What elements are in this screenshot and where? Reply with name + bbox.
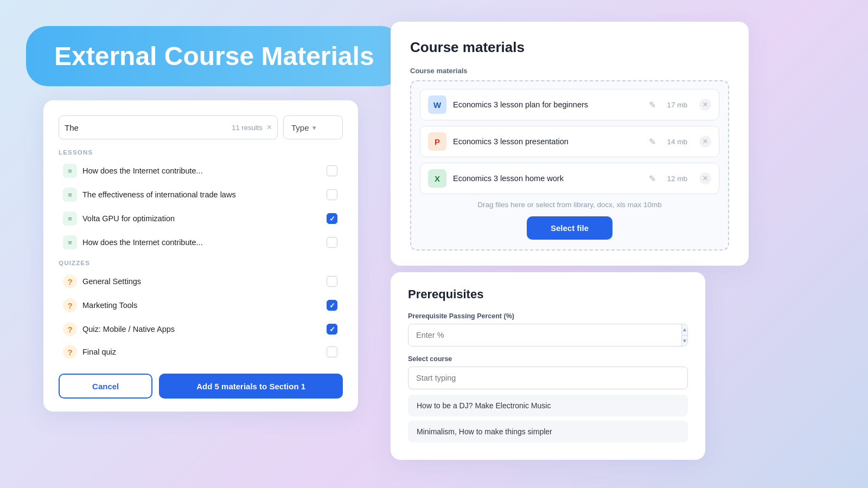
checkbox[interactable]	[327, 189, 337, 200]
select-course-label: Select course	[408, 355, 688, 363]
lessons-section-header: LESSONS	[59, 149, 343, 156]
list-item[interactable]: ? Marketing Tools	[59, 293, 343, 317]
select-file-button[interactable]: Select file	[527, 216, 612, 240]
type-dropdown[interactable]: Type ▾	[283, 115, 343, 139]
search-modal: 11 results × Type ▾ LESSONS ≡ How does t…	[43, 100, 358, 412]
passing-percent-label: Prerequisite Passing Percent (%)	[408, 312, 688, 320]
search-row: 11 results × Type ▾	[59, 115, 343, 139]
edit-icon[interactable]: ✎	[649, 137, 656, 147]
quizzes-section-header: QUIZZES	[59, 260, 343, 266]
checkbox[interactable]	[327, 276, 337, 287]
results-count: 11 results	[232, 124, 262, 132]
course-suggestion[interactable]: Minimalism, How to make things simpler	[408, 421, 688, 442]
drop-hint: Drag files here or select from library, …	[420, 201, 719, 209]
course-suggestion[interactable]: How to be a DJ? Make Electronic Music	[408, 395, 688, 416]
quiz-icon: ?	[63, 322, 77, 336]
item-label: The effectiveness of international trade…	[82, 190, 321, 199]
item-label: Volta GPU for optimization	[82, 214, 321, 223]
hero-title: External Course Materials	[54, 42, 374, 70]
add-materials-button[interactable]: Add 5 materials to Section 1	[159, 374, 343, 399]
prerequisites-panel: Prerequisites Prerequisite Passing Perce…	[391, 272, 705, 460]
checkbox[interactable]	[327, 346, 337, 357]
excel-icon: X	[428, 169, 446, 188]
select-course-input[interactable]	[408, 367, 688, 389]
course-materials-panel: Course materials Course materials W Econ…	[391, 22, 749, 266]
checkbox[interactable]	[327, 237, 337, 248]
quiz-icon: ?	[63, 345, 77, 359]
edit-icon[interactable]: ✎	[649, 174, 656, 184]
lesson-icon: ≡	[63, 188, 77, 202]
checkbox-checked[interactable]	[327, 300, 337, 311]
quiz-icon: ?	[63, 298, 77, 312]
file-size: 17 mb	[667, 101, 687, 109]
spin-up-button[interactable]: ▲	[682, 324, 687, 336]
file-item: X Economics 3 lesson home work ✎ 12 mb ×	[420, 163, 719, 194]
course-materials-section-label: Course materials	[410, 67, 729, 75]
search-input-wrap: 11 results ×	[59, 115, 278, 139]
clear-icon[interactable]: ×	[267, 123, 272, 132]
list-item[interactable]: ? Quiz: Mobile / Native Apps	[59, 317, 343, 341]
chevron-down-icon: ▾	[312, 124, 316, 132]
remove-file-icon[interactable]: ×	[699, 99, 711, 111]
edit-icon[interactable]: ✎	[649, 100, 656, 110]
file-size: 12 mb	[667, 175, 687, 183]
hero-title-background: External Course Materials	[26, 26, 403, 86]
lesson-icon: ≡	[63, 235, 77, 249]
item-label: Marketing Tools	[82, 301, 321, 310]
lesson-icon: ≡	[63, 164, 77, 178]
checkbox-checked[interactable]	[327, 324, 337, 335]
cancel-button[interactable]: Cancel	[59, 374, 152, 399]
list-item[interactable]: ? General Settings	[59, 269, 343, 293]
remove-file-icon[interactable]: ×	[699, 172, 711, 184]
passing-percent-input-wrap: ▲ ▼	[408, 324, 688, 346]
file-drop-area[interactable]: W Economics 3 lesson plan for beginners …	[410, 80, 729, 251]
file-item: W Economics 3 lesson plan for beginners …	[420, 89, 719, 120]
search-input[interactable]	[65, 123, 232, 132]
lesson-icon: ≡	[63, 211, 77, 226]
list-item[interactable]: ≡ Volta GPU for optimization	[59, 207, 343, 230]
list-item[interactable]: ≡ How does the Internet contribute...	[59, 230, 343, 254]
list-item[interactable]: ≡ How does the Internet contribute...	[59, 159, 343, 183]
passing-percent-input[interactable]	[409, 324, 681, 346]
ppt-icon: P	[428, 132, 446, 151]
item-label: General Settings	[82, 277, 321, 286]
remove-file-icon[interactable]: ×	[699, 136, 711, 147]
quiz-icon: ?	[63, 274, 77, 288]
item-label: How does the Internet contribute...	[82, 166, 321, 175]
list-item[interactable]: ≡ The effectiveness of international tra…	[59, 183, 343, 207]
course-materials-title: Course materials	[410, 39, 729, 56]
action-buttons: Cancel Add 5 materials to Section 1	[59, 374, 343, 399]
checkbox-checked[interactable]	[327, 213, 337, 224]
item-label: Quiz: Mobile / Native Apps	[82, 325, 321, 333]
checkbox[interactable]	[327, 165, 337, 176]
item-label: Final quiz	[82, 348, 321, 356]
word-icon: W	[428, 95, 446, 114]
type-dropdown-label: Type	[291, 123, 309, 132]
spin-down-button[interactable]: ▼	[682, 336, 687, 346]
file-size: 14 mb	[667, 138, 687, 146]
prerequisites-title: Prerequisites	[408, 287, 688, 301]
item-label: How does the Internet contribute...	[82, 238, 321, 247]
file-name: Economics 3 lesson presentation	[453, 137, 642, 146]
list-item[interactable]: ? Final quiz	[59, 341, 343, 363]
file-name: Economics 3 lesson plan for beginners	[453, 100, 642, 109]
file-name: Economics 3 lesson home work	[453, 174, 642, 183]
file-item: P Economics 3 lesson presentation ✎ 14 m…	[420, 126, 719, 157]
spin-buttons: ▲ ▼	[681, 324, 687, 346]
